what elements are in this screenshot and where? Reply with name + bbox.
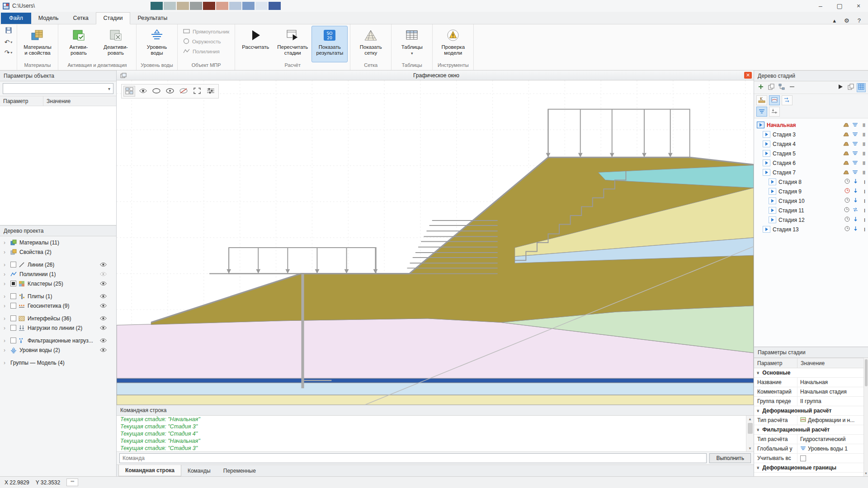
scroll-thumb[interactable]: [865, 359, 868, 386]
activate-button[interactable]: Активи-ровать: [61, 26, 97, 62]
stage-row[interactable]: Стадия 3II: [754, 130, 868, 139]
eye-icon[interactable]: [99, 316, 107, 321]
bottom-tab[interactable]: Командная строка: [118, 465, 181, 476]
stage-expander-icon[interactable]: [757, 122, 764, 128]
param-value[interactable]: Гидростатический: [797, 436, 868, 442]
execute-button[interactable]: Выполнить: [709, 453, 751, 463]
stage-label[interactable]: Начальная: [767, 122, 796, 128]
rectangle-button[interactable]: Прямоугольник: [180, 28, 232, 36]
menu-tab[interactable]: Стадии: [96, 12, 131, 24]
eye-icon[interactable]: [99, 262, 107, 267]
project-tree-item[interactable]: ›Уровни воды (2): [0, 345, 116, 355]
redo-button[interactable]: ↷▾: [5, 49, 13, 56]
deformation-filter-button[interactable]: [769, 95, 780, 105]
circle-button[interactable]: Окружность: [180, 37, 232, 47]
stage-row[interactable]: Стадия 7II: [754, 168, 868, 177]
stage-row[interactable]: Стадия 6II: [754, 158, 868, 168]
stage-grid-button[interactable]: [857, 83, 866, 92]
project-tree-label[interactable]: Группы — Модель (4): [10, 360, 65, 366]
scroll-down-icon[interactable]: ▼: [748, 445, 752, 451]
stage-label[interactable]: Стадия 13: [773, 226, 799, 233]
stage-row[interactable]: НачальнаяII: [754, 120, 868, 130]
stage-row[interactable]: Стадия 5II: [754, 149, 868, 158]
ellipse-button[interactable]: [151, 86, 162, 97]
eye-icon[interactable]: [99, 294, 107, 299]
stage-row[interactable]: Стадия 9I: [754, 187, 868, 196]
expander-icon[interactable]: ›: [4, 325, 8, 331]
param-section[interactable]: ∨Деформационный расчёт: [754, 406, 868, 416]
fit-view-button[interactable]: [191, 86, 203, 97]
eye-icon[interactable]: [99, 281, 107, 286]
project-tree-item[interactable]: ›Группы — Модель (4): [0, 358, 116, 367]
project-tree-item[interactable]: ›Интерфейсы (36): [0, 314, 116, 323]
stage-label[interactable]: Стадия 9: [778, 188, 802, 195]
add-stage-button[interactable]: [756, 83, 765, 92]
menu-tab[interactable]: Модель: [31, 13, 66, 24]
param-row[interactable]: Глобальный уУровень воды 1: [754, 444, 868, 454]
object-selector-dropdown[interactable]: ▾: [3, 83, 113, 94]
scroll-thumb[interactable]: [748, 423, 753, 434]
checkbox[interactable]: [800, 455, 806, 461]
project-tree-label[interactable]: Линии (26): [28, 262, 54, 268]
display-options-button[interactable]: [205, 86, 217, 97]
param-value[interactable]: Начальная стадия: [797, 389, 868, 395]
param-row[interactable]: НазваниеНачальная: [754, 378, 868, 387]
panels-button[interactable]: [123, 86, 135, 97]
stage-label[interactable]: Стадия 7: [773, 169, 796, 176]
project-tree-item[interactable]: ›Плиты (1): [0, 291, 116, 301]
check-model-button[interactable]: Проверкамодели: [435, 26, 471, 62]
stage-expander-icon[interactable]: [763, 141, 770, 147]
consolidation-filter-button[interactable]: [769, 107, 780, 117]
param-row[interactable]: Тип расчётаДеформации и н...: [754, 416, 868, 425]
project-tree-item[interactable]: ›Линии (26): [0, 260, 116, 269]
stage-expander-icon[interactable]: [769, 197, 776, 204]
close-graphic-window-button[interactable]: ✕: [744, 72, 752, 79]
project-tree-label[interactable]: Уровни воды (2): [19, 347, 60, 353]
command-log[interactable]: Текущая стадия: "Начальная"Текущая стади…: [117, 416, 754, 452]
project-tree-label[interactable]: Плиты (1): [28, 293, 52, 300]
param-value[interactable]: [797, 455, 868, 461]
stage-params-scrollbar[interactable]: ▼: [863, 358, 868, 476]
param-row[interactable]: Группа предеII группа: [754, 397, 868, 406]
close-button[interactable]: ×: [849, 0, 868, 12]
minimize-button[interactable]: –: [811, 0, 830, 12]
deactivate-button[interactable]: Деактиви-ровать: [98, 26, 134, 62]
k0-filter-button[interactable]: K: [756, 95, 767, 105]
show-results-button[interactable]: SO20Показатьрезультаты: [311, 26, 348, 62]
param-section[interactable]: ∨Фильтрационный расчёт: [754, 425, 868, 435]
project-tree-label[interactable]: Интерфейсы (36): [28, 315, 71, 322]
visibility-checkbox[interactable]: [10, 325, 16, 331]
project-tree-label[interactable]: Геосинтетика (9): [28, 303, 69, 309]
ellipse-hide-button[interactable]: [178, 86, 189, 97]
eye-icon[interactable]: [99, 338, 107, 343]
project-tree-item[interactable]: ›Нагрузки по линии (2): [0, 323, 116, 333]
float-window-icon[interactable]: [118, 73, 128, 78]
expander-icon[interactable]: ›: [4, 249, 8, 255]
visibility-button[interactable]: [137, 86, 149, 97]
project-tree-item[interactable]: ›Кластеры (25): [0, 279, 116, 288]
copy-stage-button[interactable]: [767, 83, 776, 92]
stage-label[interactable]: Стадия 10: [778, 198, 805, 204]
project-tree-item[interactable]: ›Свойства (2): [0, 247, 116, 257]
project-tree-item[interactable]: ›Фильтрационные нагруз...: [0, 336, 116, 345]
water-level-button[interactable]: Уровеньводы: [139, 26, 175, 62]
param-row[interactable]: КомментарийНачальная стадия: [754, 387, 868, 397]
visibility-checkbox[interactable]: [10, 338, 16, 343]
param-section[interactable]: ∨Деформационные границы: [754, 463, 868, 473]
project-tree-item[interactable]: ›Материалы (11): [0, 238, 116, 247]
undo-button[interactable]: ↶▾: [5, 38, 13, 46]
project-tree-item[interactable]: ›Полилинии (1): [0, 269, 116, 279]
bottom-tab[interactable]: Команды: [181, 465, 217, 476]
object-params-table[interactable]: [0, 106, 116, 225]
calculate-button[interactable]: Рассчитать: [237, 26, 274, 62]
param-value[interactable]: II группа: [797, 398, 868, 404]
param-value[interactable]: Начальная: [797, 379, 868, 385]
stage-row[interactable]: Стадия 13I: [754, 225, 868, 234]
project-tree-label[interactable]: Кластеры (25): [28, 281, 63, 287]
stage-label[interactable]: Стадия 3: [773, 131, 796, 138]
stage-row[interactable]: Стадия 11I: [754, 206, 868, 215]
visibility-checkbox[interactable]: [10, 293, 16, 299]
remove-stage-button[interactable]: [788, 83, 797, 92]
stage-label[interactable]: Стадия 6: [773, 160, 796, 166]
menu-tab[interactable]: Файл: [1, 13, 31, 24]
